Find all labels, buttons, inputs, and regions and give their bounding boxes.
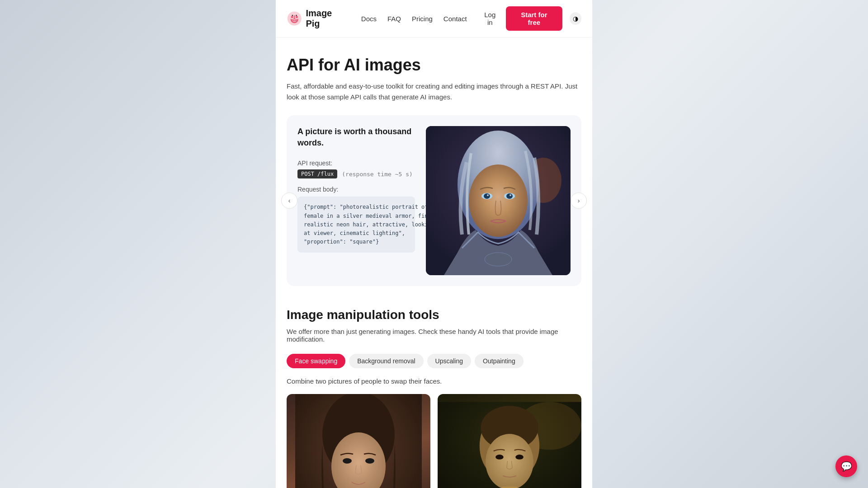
svg-point-32 bbox=[486, 434, 533, 488]
nav-actions: Log in Start for free ◑ bbox=[481, 6, 581, 31]
api-endpoint-row: POST /flux (response time ~5 s) bbox=[297, 169, 415, 178]
carousel-next-button[interactable]: › bbox=[571, 192, 587, 209]
login-button[interactable]: Log in bbox=[481, 11, 499, 26]
svg-point-14 bbox=[469, 164, 528, 237]
nav-pricing[interactable]: Pricing bbox=[412, 15, 433, 23]
tools-section-title: Image manipulation tools bbox=[287, 308, 581, 322]
svg-point-19 bbox=[487, 194, 489, 196]
svg-point-17 bbox=[484, 193, 490, 199]
brand-name: Image Pig bbox=[306, 8, 346, 29]
nav-contact[interactable]: Contact bbox=[443, 15, 467, 23]
svg-point-21 bbox=[485, 253, 512, 266]
face-image-2 bbox=[438, 394, 581, 488]
face1-svg bbox=[287, 394, 430, 488]
response-time: (response time ~5 s) bbox=[342, 171, 413, 178]
brand-logo-link[interactable]: Image Pig bbox=[287, 8, 347, 29]
chat-icon: 💬 bbox=[841, 461, 852, 472]
svg-point-4 bbox=[291, 16, 293, 18]
svg-point-33 bbox=[495, 455, 504, 460]
nav-docs[interactable]: Docs bbox=[361, 15, 377, 23]
active-tab-description: Combine two pictures of people to swap t… bbox=[287, 377, 581, 385]
svg-point-8 bbox=[295, 20, 296, 21]
start-free-button[interactable]: Start for free bbox=[506, 6, 562, 31]
tab-face-swapping[interactable]: Face swapping bbox=[287, 354, 345, 368]
svg-point-6 bbox=[292, 19, 297, 22]
theme-toggle-button[interactable]: ◑ bbox=[570, 12, 581, 25]
face-img-1-placeholder bbox=[287, 394, 430, 488]
code-block: {"prompt": "photorealistic portrait of a… bbox=[297, 197, 415, 253]
main-content: API for AI images Fast, affordable and e… bbox=[276, 38, 592, 488]
hero-subtitle: Fast, affordable and easy-to-use toolkit… bbox=[287, 81, 581, 103]
face-img-2-placeholder bbox=[438, 394, 581, 488]
tools-section-subtitle: We offer more than just generating image… bbox=[287, 328, 581, 343]
tab-outpainting[interactable]: Outpainting bbox=[475, 354, 524, 368]
svg-point-5 bbox=[296, 16, 298, 18]
face-swap-images bbox=[287, 394, 581, 488]
api-request-label: API request: bbox=[297, 160, 415, 167]
svg-point-25 bbox=[343, 458, 352, 464]
demo-card: ‹ A picture is worth a thousand words. A… bbox=[287, 115, 581, 286]
tab-background-removal[interactable]: Background removal bbox=[349, 354, 423, 368]
nav-links: Docs FAQ Pricing Contact bbox=[361, 15, 467, 23]
theme-icon: ◑ bbox=[573, 15, 578, 22]
tool-tabs: Face swapping Background removal Upscali… bbox=[287, 354, 581, 368]
demo-card-left: A picture is worth a thousand words. API… bbox=[297, 126, 415, 253]
svg-point-34 bbox=[515, 455, 524, 460]
hero-title: API for AI images bbox=[287, 56, 581, 75]
request-body-label: Request body: bbox=[297, 186, 415, 193]
svg-point-7 bbox=[293, 20, 294, 21]
face-image-1 bbox=[287, 394, 430, 488]
endpoint-badge: POST /flux bbox=[297, 169, 337, 178]
demo-ai-image bbox=[426, 126, 571, 275]
navigation: Image Pig Docs FAQ Pricing Contact Log i… bbox=[276, 0, 592, 38]
chat-widget[interactable]: 💬 bbox=[835, 455, 857, 477]
pig-logo-icon bbox=[287, 10, 302, 27]
tab-upscaling[interactable]: Upscaling bbox=[427, 354, 471, 368]
svg-point-20 bbox=[509, 194, 511, 196]
demo-tagline: A picture is worth a thousand words. bbox=[297, 126, 415, 149]
carousel-prev-button[interactable]: ‹ bbox=[281, 192, 297, 209]
ai-portrait-svg bbox=[426, 126, 571, 275]
ai-image-placeholder bbox=[426, 126, 571, 275]
svg-point-9 bbox=[292, 15, 293, 16]
face2-svg bbox=[438, 394, 581, 488]
svg-point-18 bbox=[506, 193, 513, 199]
svg-point-10 bbox=[296, 15, 297, 16]
nav-faq[interactable]: FAQ bbox=[387, 15, 401, 23]
svg-point-26 bbox=[365, 458, 374, 464]
